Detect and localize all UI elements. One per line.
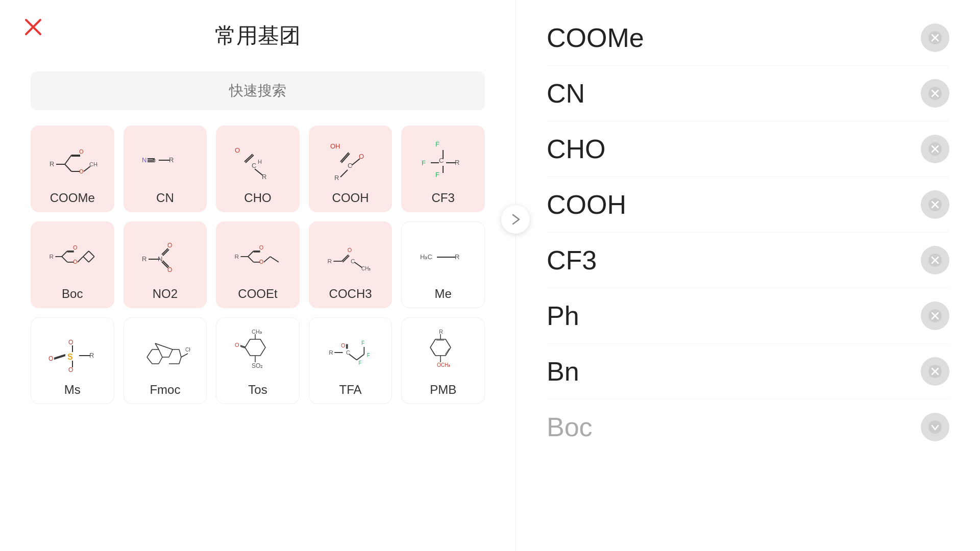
list-item-cn: CN: [547, 66, 949, 121]
svg-text:C: C: [252, 162, 256, 169]
svg-text:N: N: [142, 156, 146, 164]
group-card-cf3[interactable]: F F F C R CF3: [401, 126, 485, 212]
group-label-no2: NO2: [153, 287, 178, 301]
svg-text:R: R: [142, 255, 146, 263]
scroll-down-button[interactable]: [921, 413, 949, 441]
group-card-cooet[interactable]: R O O COOEt: [216, 221, 300, 308]
group-card-cho[interactable]: O C H R CHO: [216, 126, 300, 212]
svg-text:F: F: [358, 360, 361, 366]
group-grid: R O O CH₃ COOMe N ≡: [31, 126, 485, 404]
svg-text:R: R: [334, 174, 339, 182]
group-card-tfa[interactable]: R O C F F F TFA: [309, 317, 393, 404]
svg-text:O: O: [73, 244, 77, 251]
svg-line-4: [65, 155, 71, 164]
svg-text:H: H: [258, 159, 262, 165]
svg-text:O: O: [259, 244, 263, 251]
list-item-boc-partial: Boc: [547, 399, 949, 455]
svg-line-33: [340, 170, 348, 177]
svg-text:O: O: [68, 339, 73, 346]
group-card-me[interactable]: H₃C R Me: [401, 221, 485, 308]
remove-cf3-button[interactable]: [921, 246, 949, 274]
svg-line-76: [264, 257, 271, 262]
list-item-label-bn: Bn: [547, 356, 579, 387]
svg-line-70: [248, 257, 254, 262]
svg-text:F: F: [422, 159, 426, 167]
group-label-boc: Boc: [62, 287, 83, 301]
group-card-ms[interactable]: O O S R O Ms: [31, 317, 114, 404]
list-item-label-coome: COOMe: [547, 22, 644, 53]
svg-line-131: [356, 355, 364, 360]
svg-line-103: [159, 357, 162, 364]
group-card-fmoc[interactable]: CH₂ Fmoc: [124, 317, 207, 404]
remove-cooh-button[interactable]: [921, 190, 949, 219]
remove-cho-button[interactable]: [921, 135, 949, 163]
svg-text:O: O: [359, 153, 364, 160]
svg-marker-116: [245, 339, 265, 356]
svg-text:R: R: [439, 329, 443, 335]
svg-line-77: [271, 257, 279, 262]
list-item-label-boc: Boc: [547, 412, 593, 442]
list-item-label-ph: Ph: [547, 300, 579, 331]
remove-cn-button[interactable]: [921, 79, 949, 108]
list-item-cf3: CF3: [547, 233, 949, 288]
svg-text:CH₃: CH₃: [252, 329, 262, 335]
group-card-boc[interactable]: R O O Boc: [31, 221, 114, 308]
list-item-cooh: COOH: [547, 177, 949, 233]
group-label-ms: Ms: [64, 383, 81, 397]
page-title: 常用基团: [31, 15, 485, 56]
svg-text:O: O: [347, 247, 351, 253]
svg-text:CH₃: CH₃: [361, 266, 371, 271]
group-card-pmb[interactable]: OCH₃ R PMB: [401, 317, 485, 404]
svg-line-102: [159, 349, 162, 357]
next-arrow-button[interactable]: [501, 205, 530, 234]
svg-text:OCH₃: OCH₃: [437, 362, 450, 368]
svg-text:R: R: [327, 258, 332, 265]
group-label-pmb: PMB: [430, 383, 456, 397]
svg-line-109: [179, 349, 181, 357]
svg-text:O: O: [48, 355, 53, 362]
svg-line-130: [349, 355, 357, 360]
svg-line-5: [65, 164, 71, 171]
svg-text:R: R: [455, 159, 459, 166]
svg-line-53: [78, 257, 83, 262]
svg-text:R: R: [49, 253, 54, 260]
group-label-coch3: COCH3: [329, 287, 372, 301]
group-card-cn[interactable]: N ≡ R CN: [124, 126, 207, 212]
close-button[interactable]: [20, 14, 46, 40]
group-card-cooh[interactable]: OH C O R COOH: [309, 126, 393, 212]
remove-bn-button[interactable]: [921, 357, 949, 386]
svg-line-142: [431, 348, 434, 355]
svg-line-21: [244, 154, 253, 162]
group-card-coch3[interactable]: R O C CH₃ COCH3: [309, 221, 393, 308]
svg-text:R: R: [262, 173, 266, 181]
list-item-cho: CHO: [547, 121, 949, 177]
svg-text:O: O: [259, 259, 263, 265]
svg-line-114: [181, 354, 188, 357]
svg-text:F: F: [435, 171, 439, 179]
search-input[interactable]: [31, 71, 485, 110]
svg-line-46: [62, 251, 67, 257]
list-item-ph: Ph: [547, 288, 949, 344]
group-card-coome[interactable]: R O O CH₃ COOMe: [31, 126, 114, 212]
group-card-tos[interactable]: SO₂ CH₃ O Tos: [216, 317, 300, 404]
svg-line-69: [248, 251, 254, 257]
svg-text:H₃C: H₃C: [420, 253, 432, 261]
svg-text:S: S: [67, 353, 73, 361]
group-label-cooet: COOEt: [238, 287, 277, 301]
svg-line-100: [147, 349, 152, 357]
svg-text:SO₂: SO₂: [252, 362, 263, 369]
svg-line-54: [83, 251, 89, 257]
svg-text:O: O: [341, 342, 345, 348]
svg-text:F: F: [435, 140, 439, 148]
svg-text:CH₂: CH₂: [185, 347, 190, 353]
svg-point-165: [928, 420, 942, 434]
remove-coome-button[interactable]: [921, 23, 949, 52]
group-label-tos: Tos: [248, 383, 267, 397]
svg-text:O: O: [167, 266, 172, 273]
svg-text:O: O: [73, 259, 77, 265]
group-card-no2[interactable]: R N O O NO2: [124, 221, 207, 308]
svg-text:O: O: [167, 242, 172, 249]
remove-ph-button[interactable]: [921, 302, 949, 330]
svg-text:C: C: [351, 258, 355, 265]
svg-line-107: [169, 349, 173, 357]
